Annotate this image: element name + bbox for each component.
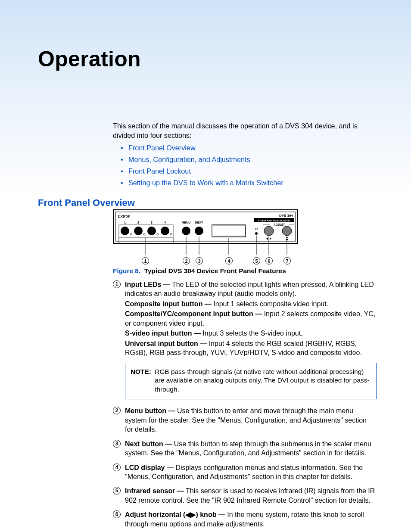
note-label: NOTE: (131, 367, 153, 376)
item-number-1: 1 (113, 280, 121, 288)
svg-point-7 (121, 227, 129, 235)
svg-text:ADJUST: ADJUST (274, 223, 285, 226)
item-menu-button: 2 Menu button — Use this button to enter… (113, 406, 377, 434)
intro-paragraph: This section of the manual discusses the… (113, 121, 376, 140)
svg-point-10 (161, 227, 169, 235)
menu-button-graphic (182, 227, 190, 235)
item-lcd-display: 4 LCD display — Displays configuration m… (113, 463, 377, 482)
svg-text:4: 4 (164, 221, 166, 224)
svg-text:3: 3 (151, 221, 153, 224)
adjust-v-knob-graphic (282, 226, 292, 236)
figure-front-panel: Extron DVS 304 VIDEO AND RGB SCALER 1 2 … (113, 209, 298, 256)
callout-4: 4 (225, 257, 233, 264)
item-next-button: 3 Next button — Use this button to step … (113, 439, 377, 458)
callout-2: 2 (183, 257, 190, 264)
note-text: RGB pass-through signals (at native rate… (155, 367, 370, 394)
section-links: Front Panel Overview Menus, Configuratio… (121, 140, 375, 187)
link-front-panel-overview[interactable]: Front Panel Overview (121, 144, 375, 152)
link-front-panel-lockout[interactable]: Front Panel Lockout (121, 167, 375, 175)
svg-point-9 (147, 227, 156, 235)
svg-text:IR: IR (255, 227, 258, 230)
figure-caption: Figure 8. Typical DVS 304 Device Front P… (113, 267, 286, 275)
adjust-h-knob-graphic (264, 226, 274, 236)
callout-numbers: 1 2 3 4 5 6 7 (113, 257, 298, 266)
section-heading: Front Panel Overview (38, 197, 135, 208)
link-menus-config-adjust[interactable]: Menus, Configuration, and Adjustments (121, 156, 375, 164)
svg-text:1: 1 (124, 221, 126, 224)
link-matrix-switcher[interactable]: Setting up the DVS to Work with a Matrix… (121, 179, 375, 187)
item-infrared-sensor: 5 Infrared sensor — This sensor is used … (113, 486, 377, 505)
front-panel-diagram: Extron DVS 304 VIDEO AND RGB SCALER 1 2 … (113, 209, 298, 256)
subtitle-label: VIDEO AND RGB SCALER (258, 219, 290, 222)
item-adjust-horizontal-knob: 6 Adjust horizontal (◀▶) knob — In the m… (113, 510, 377, 529)
item-number-5: 5 (113, 487, 121, 495)
callout-1: 1 (142, 257, 149, 264)
feature-list: 1 Input LEDs — The LED of the selected i… (113, 280, 377, 532)
callout-6: 6 (265, 257, 273, 264)
brand-label: Extron (118, 214, 131, 218)
item-number-6: 6 (113, 510, 121, 518)
callout-5: 5 (253, 257, 260, 264)
svg-text:2: 2 (137, 221, 139, 224)
next-button-graphic (195, 227, 203, 235)
model-label: DVS 304 (279, 214, 293, 218)
callout-3: 3 (196, 257, 203, 264)
ir-sensor-graphic (255, 232, 258, 235)
callout-7: 7 (283, 257, 291, 264)
svg-point-8 (134, 227, 143, 235)
svg-text:MENU: MENU (182, 221, 191, 224)
svg-text:NEXT: NEXT (195, 221, 203, 224)
item-number-4: 4 (113, 464, 121, 471)
lcd-display-graphic (212, 225, 246, 237)
item-number-3: 3 (113, 440, 121, 448)
item-input-leds: 1 Input LEDs — The LED of the selected i… (113, 280, 377, 358)
note-box: NOTE: RGB pass-through signals (at nativ… (125, 363, 377, 400)
page-title: Operation (38, 47, 141, 72)
item-number-2: 2 (113, 407, 121, 414)
